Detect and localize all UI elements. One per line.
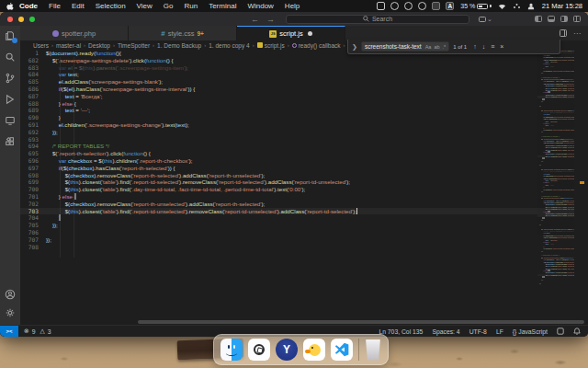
activity-bar-explorer-icon[interactable] [4, 29, 17, 42]
activity-bar-accounts-icon[interactable] [4, 288, 17, 301]
minimize-window-button[interactable] [18, 17, 24, 22]
tab-spotter-php[interactable]: spotter.php [20, 26, 129, 40]
code-line-693[interactable]: 693 [20, 136, 588, 144]
toggle-secondary-sidebar-icon[interactable] [560, 16, 568, 22]
status-ln[interactable]: Ln 703, Col 135 [379, 328, 423, 335]
line-number[interactable]: 705 [20, 222, 44, 229]
menubar-item-selection[interactable]: Selection [90, 2, 131, 10]
activity-bar-run-debug-icon[interactable] [4, 93, 17, 106]
line-number[interactable]: 1 [20, 50, 44, 57]
feedback-icon[interactable] [557, 328, 564, 336]
code-line-686[interactable]: 686 if($(el).hasClass('screenpage-settin… [20, 86, 588, 93]
more-actions-icon[interactable]: ⋯ [573, 29, 581, 38]
code-line-692[interactable]: 692 }); [20, 129, 588, 136]
line-number[interactable]: 708 [20, 244, 44, 251]
forward-button[interactable]: → [266, 15, 275, 24]
menubar-app-name[interactable]: Code [14, 2, 43, 10]
back-button[interactable]: ← [251, 15, 259, 24]
breadcrumb-item[interactable]: ready() callback [292, 42, 341, 49]
line-number[interactable]: 704 [20, 214, 44, 222]
status-lf[interactable]: LF [496, 328, 503, 335]
zoom-window-button[interactable] [29, 17, 35, 22]
code-line-687[interactable]: 687 text = 'Всегда'; [20, 93, 588, 100]
dock-yandex-browser-icon[interactable]: Y [276, 339, 298, 361]
menubar-item-run[interactable]: Run [178, 2, 203, 10]
menubar-item-help[interactable]: Help [279, 2, 305, 10]
status-utf8[interactable]: UTF-8 [469, 328, 487, 335]
close-window-button[interactable] [7, 17, 13, 22]
activity-bar-search-icon[interactable] [4, 51, 17, 63]
code-line-701[interactable]: 701 } else { [20, 193, 588, 201]
window-titlebar[interactable]: ← → Search ⌄ [0, 12, 588, 26]
keyboard-layout-a-icon[interactable]: A [446, 2, 454, 10]
code-line-703[interactable]: 703 $(this).closest('table').find('.repo… [20, 208, 588, 215]
activity-bar-remote-explorer-icon[interactable] [4, 114, 17, 127]
code-line-694[interactable]: 694 /* REPORT TABLES */ [20, 143, 588, 150]
toggle-panel-icon[interactable] [548, 16, 555, 22]
dock-vscode-icon[interactable] [331, 339, 353, 361]
menubar-item-edit[interactable]: Edit [66, 2, 90, 10]
customize-layout-icon[interactable] [573, 16, 581, 22]
code-line-698[interactable]: 698 $(checkbox).removeClass('report-th-s… [20, 172, 588, 179]
wifi-icon[interactable] [498, 2, 506, 10]
line-number[interactable]: 692 [20, 129, 44, 136]
activity-bar-settings-icon[interactable] [4, 306, 17, 319]
line-number[interactable]: 696 [20, 157, 44, 165]
find-input[interactable]: screenshots-task-text Aaab.* [361, 41, 449, 52]
line-number[interactable]: 688 [20, 100, 44, 108]
code-lines[interactable]: 1$(document).ready(function(){682 $('.sc… [20, 50, 588, 250]
menubar-item-terminal[interactable]: Terminal [203, 2, 242, 10]
code-line-707[interactable]: 707}); [20, 236, 588, 244]
apple-menu-icon[interactable] [6, 2, 14, 10]
code-line-704[interactable]: 704 } [20, 214, 588, 222]
minimap[interactable]: $('.screenpage-settings-delete').click(f… [537, 50, 574, 318]
code-line-689[interactable]: 689 text = '—'; [20, 107, 588, 114]
code-line-696[interactable]: 696 var checkbox = $(this).children('.re… [20, 157, 588, 165]
code-line-699[interactable]: 699 $(this).closest('table').find('.repo… [20, 178, 588, 186]
line-number[interactable]: 684 [20, 71, 44, 78]
line-number[interactable]: 685 [20, 78, 44, 86]
match-case-icon[interactable]: Aa [425, 44, 432, 50]
breadcrumb-item[interactable]: 1. Demo Backup [157, 42, 201, 49]
code-line-684[interactable]: 684 var text; [20, 71, 588, 78]
line-number[interactable]: 700 [20, 186, 44, 193]
menubar-item-go[interactable]: Go [158, 2, 179, 10]
screenshot-app-icon[interactable] [377, 2, 385, 10]
line-number[interactable]: 698 [20, 172, 44, 179]
code-line-685[interactable]: 685 el.addClass('screenpage-settings-bla… [20, 78, 588, 86]
regex-icon[interactable]: .* [443, 44, 447, 50]
code-line-697[interactable]: 697 if($(checkbox).hasClass('report-th-s… [20, 165, 588, 172]
code-line-706[interactable]: 706 [20, 229, 588, 236]
line-number[interactable]: 707 [20, 236, 44, 244]
tab-script-js[interactable]: JSscript.js [237, 26, 345, 40]
code-line-702[interactable]: 702 $(checkbox).removeClass('report-th-u… [20, 201, 588, 208]
line-number[interactable]: 694 [20, 143, 44, 150]
tab-style-css[interactable]: #style.css9+ [129, 26, 237, 40]
find-in-selection-icon[interactable]: ≡ [490, 43, 495, 50]
status-spaces[interactable]: Spaces: 4 [432, 328, 459, 335]
screencast-icon[interactable]: ⌄ [479, 16, 492, 23]
line-number[interactable]: 691 [20, 121, 44, 129]
line-number[interactable]: 687 [20, 93, 44, 100]
code-line-690[interactable]: 690 } [20, 114, 588, 121]
dots-icon[interactable] [513, 2, 521, 10]
status-[interactable]: {} JavaScript [513, 328, 548, 335]
overview-ruler[interactable] [574, 50, 588, 318]
activity-bar-extensions-icon[interactable] [4, 135, 17, 148]
toggle-primary-sidebar-icon[interactable] [535, 16, 542, 22]
browser-icon[interactable] [390, 2, 399, 10]
line-number[interactable]: 693 [20, 136, 44, 144]
bell-icon[interactable] [573, 328, 581, 336]
problems-indicator[interactable]: ⊗9 △3 [24, 328, 51, 335]
line-number[interactable]: 703 [20, 208, 44, 215]
dock-finder-icon[interactable] [220, 339, 243, 361]
code-line-691[interactable]: 691 el.children('.screenpage-settings-ch… [20, 121, 588, 129]
code-line-708[interactable]: 708 [20, 244, 588, 251]
sync-icon[interactable] [418, 2, 426, 10]
code-line-683[interactable]: 683 var el = $(this).parents('.screenpag… [20, 64, 588, 72]
line-number[interactable]: 683 [20, 64, 44, 72]
breadcrumb-item[interactable]: Desktop [88, 42, 110, 49]
gear-icon[interactable] [404, 2, 413, 10]
code-line-700[interactable]: 700 $(this).closest('table').find('.day-… [20, 186, 588, 193]
line-number[interactable]: 699 [20, 178, 44, 186]
